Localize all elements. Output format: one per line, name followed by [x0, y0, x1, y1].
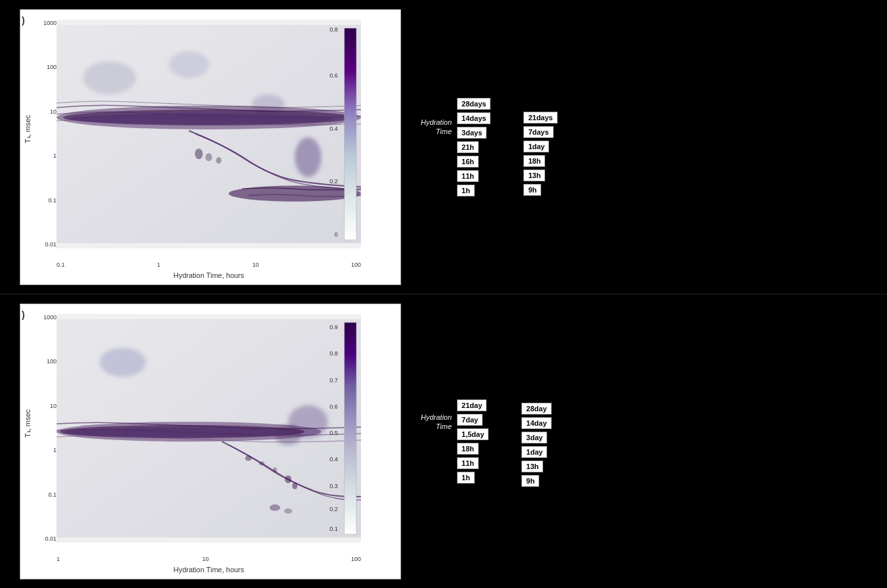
svg-point-19	[99, 348, 145, 376]
main-container: ) T₁, msec 1000 100 10 1 0.1 0.01	[0, 0, 887, 588]
svg-point-10	[205, 153, 212, 161]
svg-rect-32	[345, 322, 356, 533]
legend-item-1h: 1h	[457, 185, 475, 196]
svg-text:0.8: 0.8	[329, 26, 338, 32]
legend-item-18h-b: 18h	[457, 443, 479, 455]
top-x-axis-label: Hydration Time, hours	[57, 271, 361, 279]
legend-item-1-5day: 1,5day	[457, 428, 489, 440]
legend-item-21day: 21day	[457, 399, 487, 411]
legend-item-11h: 11h	[457, 170, 479, 182]
top-x-ticks: 0.1 1 10 100	[57, 261, 361, 268]
svg-text:0.1: 0.1	[329, 526, 338, 532]
svg-point-27	[273, 467, 277, 472]
svg-point-25	[245, 455, 252, 461]
legend-item-1h-b: 1h	[457, 472, 475, 484]
svg-point-1	[83, 61, 136, 94]
svg-point-30	[270, 504, 280, 510]
legend-item-1day: 1day	[523, 141, 549, 152]
svg-text:0.4: 0.4	[329, 125, 338, 131]
legend-item-18h: 18h	[523, 155, 545, 167]
svg-text:0.8: 0.8	[329, 350, 338, 357]
top-legend-group-right: 21days 7days 1day 18h 13h 9h	[523, 112, 557, 196]
svg-point-4	[295, 137, 321, 177]
legend-item-7day: 7day	[457, 414, 483, 426]
legend-item-3day: 3day	[521, 432, 547, 443]
legend-item-3days: 3days	[457, 127, 487, 139]
legend-item-13h-b: 13h	[521, 461, 543, 472]
bottom-row: ) T₁, msec 1000 100 10 1 0.1 0.01	[0, 294, 887, 588]
bottom-x-ticks: 1 10 100	[57, 556, 361, 562]
svg-text:0.6: 0.6	[329, 403, 338, 409]
svg-rect-12	[345, 28, 356, 239]
bottom-legend-main: HydrationTime 21day 7day 1,5day 18h 11h …	[421, 399, 489, 484]
legend-item-9h-b: 9h	[521, 475, 539, 487]
svg-point-2	[169, 51, 208, 78]
bottom-legend-header: HydrationTime	[421, 413, 452, 432]
bottom-y-ticks: 1000 100 10 1 0.1 0.01	[27, 314, 57, 543]
svg-point-31	[284, 508, 292, 513]
top-legend-header: HydrationTime	[421, 118, 452, 137]
svg-text:0.5: 0.5	[329, 430, 338, 436]
svg-text:0.3: 0.3	[329, 482, 338, 489]
svg-point-11	[216, 157, 222, 164]
bottom-chart-panel: ) T₁, msec 1000 100 10 1 0.1 0.01	[20, 304, 401, 579]
legend-item-21days: 21days	[523, 112, 557, 124]
legend-item-21h: 21h	[457, 141, 479, 153]
bottom-legend-area: HydrationTime 21day 7day 1,5day 18h 11h …	[401, 396, 887, 487]
top-chart-panel: ) T₁, msec 1000 100 10 1 0.1 0.01	[20, 9, 401, 285]
svg-text:0.9: 0.9	[329, 324, 338, 330]
legend-item-28day: 28day	[521, 403, 551, 415]
legend-item-9h: 9h	[523, 184, 541, 196]
legend-item-28days: 28days	[457, 98, 491, 110]
svg-text:0.2: 0.2	[329, 505, 338, 512]
svg-point-29	[292, 482, 297, 489]
legend-item-14day: 14day	[521, 417, 551, 429]
top-legend-area: HydrationTime 28days 14days 3days 21h 16…	[401, 98, 887, 196]
legend-item-7days: 7days	[523, 126, 553, 138]
bottom-legend-group-left: 21day 7day 1,5day 18h 11h 1h	[457, 399, 489, 484]
legend-item-1day-b: 1day	[521, 446, 547, 458]
svg-point-26	[259, 461, 264, 465]
svg-text:0.2: 0.2	[329, 178, 338, 185]
svg-rect-0	[57, 24, 361, 242]
svg-point-9	[195, 148, 203, 159]
bottom-legend-group-right: 28day 14day 3day 1day 13h 9h	[521, 403, 551, 487]
legend-item-11h-b: 11h	[457, 457, 479, 469]
bottom-x-axis-label: Hydration Time, hours	[57, 566, 361, 574]
top-legend-group-left: 28days 14days 3days 21h 16h 11h 1h	[457, 98, 491, 196]
legend-item-14days: 14days	[457, 112, 491, 124]
svg-text:0.4: 0.4	[329, 456, 338, 463]
svg-text:0: 0	[335, 231, 338, 238]
top-legend-main: HydrationTime 28days 14days 3days 21h 16…	[421, 98, 491, 196]
svg-text:0.6: 0.6	[329, 72, 338, 79]
legend-item-13h: 13h	[523, 170, 545, 181]
svg-point-28	[285, 475, 291, 483]
top-chart-area: 0.8 0.6 0.4 0.2 0	[57, 20, 361, 248]
legend-item-16h: 16h	[457, 156, 479, 168]
svg-text:0.7: 0.7	[329, 376, 338, 383]
top-row: ) T₁, msec 1000 100 10 1 0.1 0.01	[0, 0, 887, 294]
bottom-chart-area: 0.9 0.8 0.7 0.6 0.5 0.4 0.3 0.2 0.1	[57, 314, 361, 543]
top-y-ticks: 1000 100 10 1 0.1 0.01	[27, 20, 57, 248]
